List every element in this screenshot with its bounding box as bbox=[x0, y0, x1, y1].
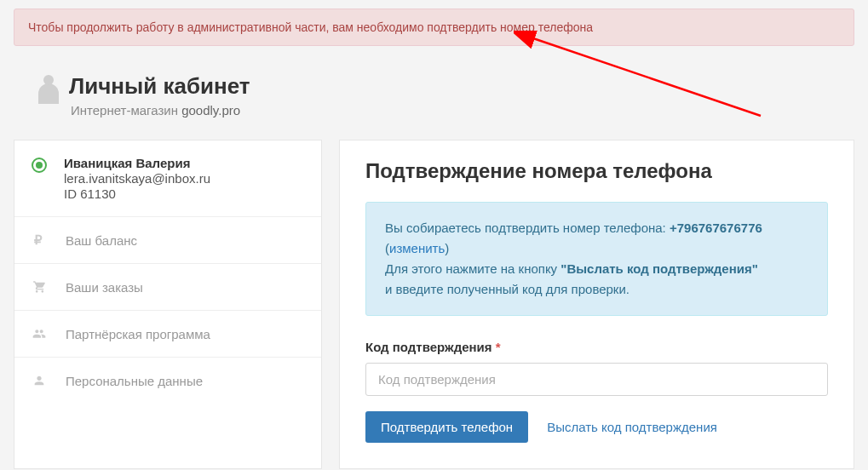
info-box: Вы собираетесь подтвердить номер телефон… bbox=[365, 202, 828, 316]
user-name: Иваницкая Валерия bbox=[64, 156, 210, 170]
user-silhouette-icon bbox=[38, 83, 59, 104]
info-line-2: Для этого нажмите на кнопку "Выслать код… bbox=[385, 259, 808, 279]
required-marker: * bbox=[496, 340, 501, 354]
sidebar-item-label: Партнёрская программа bbox=[66, 327, 210, 341]
change-phone-link[interactable]: изменить bbox=[389, 241, 445, 255]
sidebar-item-label: Ваши заказы bbox=[66, 280, 143, 295]
online-status-icon bbox=[32, 158, 47, 173]
user-email: lera.ivanitskaya@inbox.ru bbox=[64, 171, 210, 186]
confirmation-code-input[interactable] bbox=[365, 363, 828, 396]
code-label-text: Код подтверждения bbox=[365, 340, 492, 354]
user-icon bbox=[32, 373, 47, 388]
sidebar-item-label: Персональные данные bbox=[66, 374, 203, 388]
users-icon bbox=[32, 326, 47, 341]
confirm-phone-button[interactable]: Подтвердить телефон bbox=[365, 411, 528, 443]
info-line2-emphasis: "Выслать код подтверждения" bbox=[560, 261, 758, 276]
info-line2-prefix: Для этого нажмите на кнопку bbox=[385, 261, 560, 276]
info-line-1: Вы собираетесь подтвердить номер телефон… bbox=[385, 218, 808, 259]
ruble-icon: ₽ bbox=[32, 232, 47, 248]
warning-alert: Чтобы продолжить работу в административн… bbox=[14, 9, 854, 46]
svg-text:₽: ₽ bbox=[34, 233, 43, 247]
sidebar-item-affiliate[interactable]: Партнёрская программа bbox=[14, 311, 321, 358]
sidebar: Иваницкая Валерия lera.ivanitskaya@inbox… bbox=[14, 140, 322, 469]
user-id: ID 61130 bbox=[64, 186, 210, 201]
page-header: Личный кабинет Интернет-магазин goodly.p… bbox=[0, 46, 868, 126]
user-info: Иваницкая Валерия lera.ivanitskaya@inbox… bbox=[64, 156, 210, 201]
store-name: goodly.pro bbox=[181, 103, 240, 118]
page-title: Личный кабинет bbox=[69, 73, 250, 100]
sidebar-item-personal-data[interactable]: Персональные данные bbox=[14, 358, 321, 404]
resend-code-link[interactable]: Выслать код подтверждения bbox=[547, 420, 717, 434]
main-layout: Иваницкая Валерия lera.ivanitskaya@inbox… bbox=[0, 126, 868, 470]
code-field-label: Код подтверждения * bbox=[365, 340, 828, 354]
main-content: Подтверждение номера телефона Вы собирае… bbox=[339, 140, 854, 469]
cart-icon bbox=[32, 279, 47, 295]
page-subtitle: Интернет-магазин goodly.pro bbox=[71, 103, 250, 118]
sidebar-item-balance[interactable]: ₽ Ваш баланс bbox=[14, 217, 321, 264]
sidebar-item-label: Ваш баланс bbox=[66, 233, 137, 248]
sidebar-user-block: Иваницкая Валерия lera.ivanitskaya@inbox… bbox=[14, 140, 321, 217]
sidebar-item-orders[interactable]: Ваши заказы bbox=[14, 264, 321, 311]
subtitle-prefix: Интернет-магазин bbox=[71, 103, 181, 118]
title-block: Личный кабинет Интернет-магазин goodly.p… bbox=[69, 73, 250, 118]
button-row: Подтвердить телефон Выслать код подтверж… bbox=[365, 411, 828, 443]
info-line-3: и введите полученный код для проверки. bbox=[385, 279, 808, 300]
alert-message: Чтобы продолжить работу в административн… bbox=[28, 20, 593, 34]
main-heading: Подтверждение номера телефона bbox=[365, 159, 828, 183]
info-line1-prefix: Вы собираетесь подтвердить номер телефон… bbox=[385, 221, 670, 235]
phone-number: +796767676776 bbox=[670, 221, 762, 235]
